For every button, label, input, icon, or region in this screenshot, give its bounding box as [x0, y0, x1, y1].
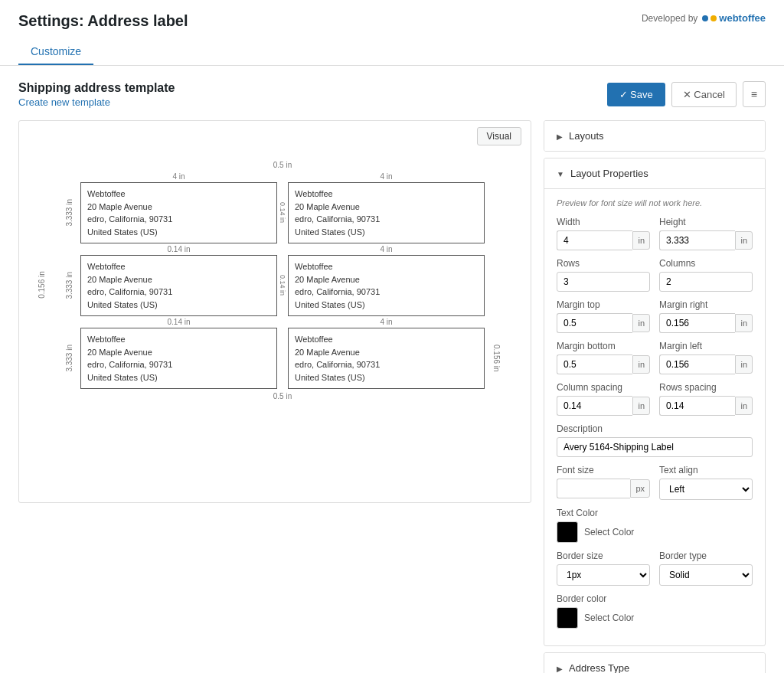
border-size-label: Border size — [557, 550, 650, 561]
visual-panel: Visual 0.5 in 4 in 4 in — [18, 120, 531, 503]
margin-bottom-label: Margin bottom — [557, 341, 650, 351]
visual-tab-bar: Visual — [19, 121, 531, 152]
text-color-select-text[interactable]: Select Color — [584, 527, 634, 537]
label-cell-3-1: Webtoffee 20 Maple Avenue edro, Californ… — [80, 328, 277, 389]
columns-input[interactable] — [659, 272, 753, 292]
address-type-header[interactable]: Address Type — [544, 653, 765, 673]
width-height-row: Width in Height in — [557, 217, 753, 250]
margin-top-input-group: in — [557, 313, 650, 333]
width-field-group: Width in — [557, 217, 650, 250]
font-size-input[interactable] — [557, 479, 630, 498]
layout-properties-section: Layout Properties Preview for font size … — [544, 158, 766, 646]
top-margin-measure: 0.5 in — [57, 159, 508, 172]
border-size-select[interactable]: 1px 2px 3px — [557, 564, 650, 586]
margin-top-label: Margin top — [557, 299, 650, 310]
border-color-picker-row: Select Color — [557, 607, 753, 629]
rows-label: Rows — [557, 258, 650, 269]
spacing-row: Column spacing in Rows spacing — [557, 382, 753, 416]
height-input[interactable] — [659, 230, 735, 250]
col-spacing-unit: in — [632, 397, 650, 415]
row3-left-measure: 3.333 in — [57, 328, 80, 389]
margin-top-field-group: Margin top in — [557, 299, 650, 333]
margin-left-input[interactable] — [659, 354, 735, 374]
height-input-group: in — [659, 230, 753, 250]
margin-right-label: Margin right — [659, 299, 753, 310]
margin-bottom-input[interactable] — [557, 354, 632, 374]
margin-left-field-group: Margin left in — [659, 341, 753, 374]
text-color-group: Text Color Select Color — [557, 508, 753, 543]
tab-customize[interactable]: Customize — [18, 39, 93, 65]
section-title: Shipping address template — [18, 81, 175, 95]
col-spacing-input[interactable] — [557, 396, 632, 416]
layout-properties-header[interactable]: Layout Properties — [544, 158, 765, 189]
label-row-2: 3.333 in Webtoffee 20 Maple Avenue edro,… — [57, 255, 508, 316]
text-align-field-group: Text align Left Center Right — [659, 465, 753, 500]
label-row-1: 3.333 in Webtoffee 20 Maple Avenue edro,… — [57, 182, 508, 243]
rows-input[interactable] — [557, 272, 650, 292]
margin-left-unit: in — [735, 355, 753, 374]
margin-right-input[interactable] — [659, 313, 735, 333]
layouts-section: Layouts — [544, 120, 766, 152]
label-cell-1-2: Webtoffee 20 Maple Avenue edro, Californ… — [288, 182, 485, 243]
border-color-label: Border color — [557, 593, 753, 604]
description-group: Description — [557, 423, 753, 457]
tabs: Customize — [18, 39, 766, 65]
margin-bottom-input-group: in — [557, 354, 650, 374]
address-type-section: Address Type — [544, 652, 766, 673]
text-color-swatch[interactable] — [557, 521, 578, 543]
rows-spacing-field-group: Rows spacing in — [659, 382, 753, 416]
menu-button[interactable]: ≡ — [743, 81, 766, 107]
layouts-arrow-icon — [557, 130, 563, 142]
webtoffee-logo: webtoffee — [702, 12, 766, 24]
row1-left-measure: 3.333 in — [57, 182, 80, 243]
border-color-group: Border color Select Color — [557, 593, 753, 629]
layouts-title: Layouts — [569, 130, 604, 142]
label-cell-3-2: Webtoffee 20 Maple Avenue edro, Californ… — [288, 328, 485, 389]
layout-props-title: Layout Properties — [570, 168, 648, 179]
col-gap-2: 0.14 in — [277, 255, 288, 316]
address-type-title: Address Type — [569, 662, 629, 673]
height-field-group: Height in — [659, 217, 753, 250]
left-margin-measure: 0.156 in — [38, 271, 46, 299]
height-unit: in — [735, 231, 753, 250]
save-button[interactable]: ✓ Save — [607, 83, 665, 106]
margin-bottom-left-row: Margin bottom in Margin left — [557, 341, 753, 374]
row2-left-measure: 3.333 in — [57, 255, 80, 316]
rows-spacing-unit: in — [735, 397, 753, 415]
label-cell-2-1: Webtoffee 20 Maple Avenue edro, Californ… — [80, 255, 277, 316]
font-textalign-row: Font size px Text align Left C — [557, 465, 753, 500]
cancel-button[interactable]: ✕ Cancel — [671, 82, 737, 107]
margin-bottom-unit: in — [632, 355, 650, 374]
address-type-arrow-icon — [557, 662, 563, 673]
toolbar-buttons: ✓ Save ✕ Cancel ≡ — [607, 81, 766, 107]
rows-field-group: Rows — [557, 258, 650, 292]
margin-top-input[interactable] — [557, 313, 632, 333]
width-unit: in — [632, 231, 650, 250]
col-headers: 4 in 4 in — [57, 172, 508, 182]
developed-by: Developed by webtoffee — [642, 12, 766, 24]
text-align-select[interactable]: Left Center Right — [659, 479, 753, 500]
font-size-field-group: Font size px — [557, 465, 650, 500]
col1-header: 4 in — [80, 172, 277, 181]
border-color-swatch[interactable] — [557, 607, 578, 629]
border-type-select[interactable]: Solid Dashed Dotted — [659, 564, 753, 586]
font-size-label: Font size — [557, 465, 650, 475]
description-input[interactable] — [557, 437, 753, 457]
bottom-margin-measure: 0.5 in — [57, 389, 508, 402]
font-size-input-group: px — [557, 479, 650, 498]
layouts-section-header[interactable]: Layouts — [544, 121, 765, 151]
width-input[interactable] — [557, 230, 632, 250]
col-gap-1: 0.14 in — [277, 182, 288, 243]
section-info: Shipping address template Create new tem… — [18, 81, 175, 108]
visual-tab[interactable]: Visual — [477, 127, 521, 145]
columns-field-group: Columns — [659, 258, 753, 292]
border-size-field-group: Border size 1px 2px 3px — [557, 550, 650, 586]
border-color-select-text[interactable]: Select Color — [584, 613, 634, 623]
logo-dot-yellow — [710, 15, 717, 21]
label-cell-2-2: Webtoffee 20 Maple Avenue edro, Californ… — [288, 255, 485, 316]
layout-props-arrow-icon — [557, 168, 564, 179]
col-spacing-field-group: Column spacing in — [557, 382, 650, 416]
create-new-template-link[interactable]: Create new template — [18, 96, 175, 108]
app-header: Settings: Address label Developed by web… — [0, 0, 784, 66]
rows-spacing-input[interactable] — [659, 396, 735, 416]
